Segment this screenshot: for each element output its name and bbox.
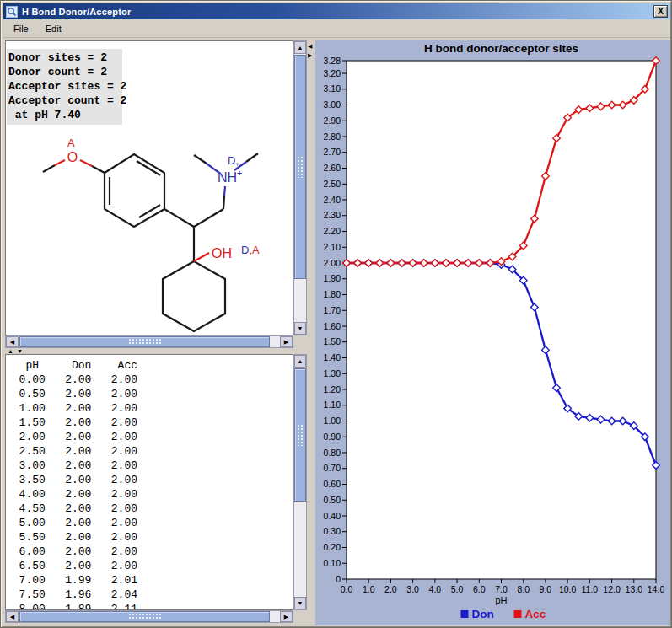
y-tick-label: 0.90 — [324, 432, 341, 442]
oxygen-bonds — [55, 160, 209, 261]
scroll-down-button[interactable]: ▼ — [294, 322, 306, 335]
chart-title: H bond donor/acceptor sites — [424, 42, 578, 55]
chart-plot-area — [347, 61, 656, 579]
scroll-thumb[interactable] — [19, 611, 270, 622]
y-tick-label: 0 — [336, 574, 341, 584]
y-tick-label: 0.10 — [324, 558, 341, 568]
y-tick-label: 2.90 — [324, 115, 341, 126]
y-tick-label: 1.00 — [324, 416, 341, 426]
scrollbar-corner — [293, 610, 307, 623]
x-tick-label: 5.0 — [451, 584, 464, 594]
y-tick-label: 1.10 — [324, 400, 341, 410]
molecule-canvas: Donor sites = 2 Donor count = 2 Acceptor… — [5, 40, 293, 335]
split-collapse-up-icon[interactable]: ▲ — [8, 348, 13, 354]
y-tick-label: 0.40 — [324, 511, 341, 521]
molecule-vscrollbar[interactable]: ▲ ▼ — [293, 40, 307, 335]
y-tick-label: 2.10 — [324, 242, 341, 252]
hbond-chart-panel: H bond donor/acceptor sites00.100.200.30… — [315, 40, 670, 625]
y-tick-label: 2.00 — [324, 258, 341, 268]
molecule-hscrollbar[interactable]: ◀ ▶ — [5, 335, 293, 348]
x-tick-label: 9.0 — [540, 584, 552, 594]
methoxy-acceptor-flag: A — [67, 137, 75, 149]
y-tick-label: 1.50 — [324, 336, 341, 346]
scroll-thumb[interactable] — [19, 336, 270, 347]
y-tick-label: 1.30 — [324, 368, 341, 378]
x-tick-label: 12.0 — [603, 584, 621, 594]
menu-item-edit[interactable]: Edit — [39, 21, 68, 36]
scroll-left-button[interactable]: ◀ — [6, 611, 19, 622]
vertical-split-divider[interactable]: ◀ ▶ — [307, 40, 315, 623]
split-collapse-left-icon[interactable]: ◀ — [308, 43, 312, 49]
y-tick-label: 2.60 — [324, 163, 341, 173]
x-tick-label: 7.0 — [495, 584, 508, 594]
x-axis-label: pH — [495, 595, 507, 605]
y-tick-label: 1.20 — [324, 384, 341, 395]
scroll-thumb[interactable] — [294, 55, 306, 279]
menu-item-file[interactable]: File — [7, 21, 35, 36]
y-tick-label: 1.90 — [324, 273, 341, 283]
x-tick-label: 4.0 — [429, 584, 442, 594]
menu-bar: FileEdit — [3, 19, 670, 38]
x-tick-label: 1.0 — [363, 584, 375, 594]
scroll-right-button[interactable]: ▶ — [280, 336, 293, 347]
hydroxyl-atom-label: OH — [212, 246, 232, 260]
y-tick-label: 2.80 — [324, 132, 341, 142]
x-tick-label: 14.0 — [648, 584, 665, 594]
y-tick-label: 3.10 — [324, 83, 341, 94]
nitrogen-atom-label: NH+ — [218, 168, 243, 185]
hbond-chart: H bond donor/acceptor sites00.100.200.30… — [315, 40, 670, 625]
y-tick-label: 1.80 — [324, 289, 341, 299]
title-bar[interactable]: H Bond Donor/Acceptor X — [3, 3, 670, 19]
y-tick-label: 0.20 — [324, 542, 341, 552]
scroll-left-button[interactable]: ◀ — [6, 336, 19, 347]
y-tick-label: 2.30 — [324, 210, 341, 220]
x-tick-label: 8.0 — [517, 584, 530, 594]
ph-don-acc-table: pH Don Acc 0.00 2.00 2.00 0.50 2.00 2.00… — [6, 358, 137, 610]
oxygen-atom-label: O — [67, 150, 78, 164]
legend-swatch-don — [461, 610, 469, 618]
legend-label-don: Don — [472, 608, 494, 620]
y-tick-label: 0.60 — [324, 479, 341, 489]
scroll-up-button[interactable]: ▲ — [294, 41, 306, 54]
table-hscrollbar[interactable]: ◀ ▶ — [5, 610, 293, 623]
split-collapse-down-icon[interactable]: ▼ — [17, 348, 23, 354]
nitrogen-donor-flag: D, — [228, 154, 239, 167]
legend-label-acc: Acc — [525, 608, 546, 620]
y-tick-label: 2.70 — [324, 147, 341, 157]
x-tick-label: 13.0 — [626, 584, 643, 594]
scroll-down-button[interactable]: ▼ — [294, 597, 306, 609]
y-tick-label: 2.50 — [324, 179, 341, 189]
split-collapse-right-icon[interactable]: ▶ — [308, 52, 312, 58]
y-tick-label: 0.50 — [324, 495, 341, 505]
y-tick-label: 3.20 — [324, 68, 341, 78]
legend-swatch-acc — [514, 610, 522, 618]
scrollbar-corner — [293, 335, 307, 348]
x-tick-label: 0.0 — [341, 584, 353, 594]
window-title: H Bond Donor/Acceptor — [22, 7, 131, 17]
close-button[interactable]: X — [653, 5, 668, 18]
y-tick-label: 1.40 — [324, 352, 341, 362]
x-tick-label: 3.0 — [406, 584, 419, 594]
y-tick-label: 3.28 — [324, 56, 341, 66]
x-tick-label: 11.0 — [582, 584, 599, 594]
molecule-structure: O A NH+ D, OH D,A — [6, 41, 293, 335]
y-tick-label: 2.20 — [324, 226, 341, 236]
app-icon — [6, 6, 18, 18]
y-tick-label: 0.70 — [324, 463, 341, 473]
app-window: H Bond Donor/Acceptor X FileEdit Donor s… — [0, 0, 672, 628]
y-tick-label: 0.30 — [324, 526, 341, 536]
x-tick-label: 2.0 — [384, 584, 397, 594]
horizontal-split-divider[interactable]: ▲ ▼ — [3, 348, 307, 354]
scroll-right-button[interactable]: ▶ — [280, 611, 293, 622]
x-tick-label: 10.0 — [559, 584, 577, 594]
y-tick-label: 3.00 — [324, 99, 341, 110]
hydroxyl-flags: D,A — [241, 244, 260, 256]
y-tick-label: 0.80 — [324, 448, 341, 458]
scroll-thumb[interactable] — [294, 368, 306, 502]
table-vscrollbar[interactable]: ▲ ▼ — [293, 354, 307, 610]
nitrogen-charge: + — [237, 168, 242, 178]
magnifier-icon — [8, 8, 13, 13]
y-tick-label: 1.60 — [324, 321, 341, 331]
scroll-up-button[interactable]: ▲ — [294, 355, 306, 368]
y-tick-label: 1.70 — [324, 305, 341, 315]
